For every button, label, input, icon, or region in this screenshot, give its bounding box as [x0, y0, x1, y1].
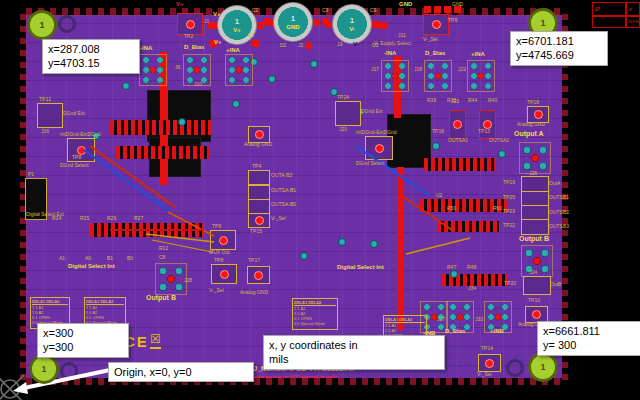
silkscreen-label: J10 — [194, 82, 202, 88]
drill-cell: x — [626, 2, 640, 16]
silkscreen-label: J28 — [184, 278, 192, 284]
silkscreen-label: R39 — [427, 98, 436, 104]
callout-line: Origin, x=0, y=0 — [114, 365, 248, 379]
silkscreen-label: TP23 — [503, 209, 515, 215]
power-connector-V-: 1V- — [332, 4, 372, 44]
silkscreen-label: J6 — [175, 65, 180, 71]
silkscreen-label: TP18 — [527, 100, 539, 106]
silkscreen-label: -INA — [384, 50, 396, 57]
silkscreen-label: DGnd Select — [356, 161, 384, 167]
silkscreen-label: V+ — [214, 39, 222, 46]
silkscreen-label: Output B — [146, 294, 176, 302]
component-pad-row — [116, 146, 210, 159]
connector-pin-number: 1 — [350, 17, 354, 25]
silkscreen-label: TP14 — [481, 346, 493, 352]
silkscreen-label: TP9 — [448, 18, 457, 24]
testpoint-box — [248, 185, 270, 200]
silkscreen-label: V+ — [213, 11, 221, 18]
silkscreen-label: D1 — [248, 33, 254, 39]
silkscreen-label: OUTSB2 — [549, 210, 569, 216]
coordinate-callout-top-left: x=287.008y=4703.15 — [42, 39, 140, 74]
fiducial-marker: 1 — [29, 354, 59, 384]
silkscreen-label: V- Supply Select — [374, 41, 411, 47]
via-ring — [506, 359, 524, 377]
coordinate-callout-bottom-right: x=6661.811y= 300 — [537, 321, 640, 356]
silkscreen-label: R25 — [80, 216, 89, 222]
callout-line: y=4745.669 — [516, 48, 602, 62]
silkscreen-label: OutA — [549, 181, 560, 187]
silkscreen-label: Output A — [514, 130, 544, 138]
silkscreen-label: MUX Out — [209, 250, 230, 256]
silkscreen-label: +INA — [471, 51, 485, 58]
silkscreen-label: V+ — [176, 1, 184, 8]
table-row: 0 0 Special Mode — [294, 321, 336, 326]
silkscreen-label: J2 — [298, 43, 303, 49]
silkscreen-label: V-_Sel — [477, 372, 492, 378]
via — [268, 75, 276, 83]
silkscreen-label: DGnd Select — [60, 163, 88, 169]
silkscreen-label: TP6 — [212, 224, 221, 230]
silkscreen-label: TP15 — [250, 229, 262, 235]
silkscreen-label: J3 — [337, 42, 342, 48]
coordinate-callout-units-note: x, y coordinates inmils — [263, 335, 445, 370]
testpoint-box — [478, 354, 501, 372]
smd-pad — [424, 6, 431, 13]
callout-line: x=6701.181 — [516, 34, 602, 48]
silkscreen-label: J24 — [529, 270, 537, 276]
callout-line: y= 300 — [543, 338, 640, 352]
silkscreen-label: +INA — [226, 47, 240, 54]
testpoint-box — [211, 264, 237, 284]
silkscreen-label: J20 — [339, 127, 347, 133]
drill-cell: NX Fab — [626, 16, 640, 28]
testpoint-box — [37, 103, 63, 128]
fiducial-marker: 1 — [528, 352, 558, 382]
silkscreen-label: R26 — [107, 216, 116, 222]
via — [498, 150, 506, 158]
via — [122, 82, 130, 90]
component-pad-row — [424, 158, 496, 171]
jumper-header-block — [381, 60, 409, 92]
silkscreen-label: Analog GND — [517, 122, 545, 128]
jumper-header-block — [424, 60, 452, 92]
silkscreen-label: Analog GND — [240, 290, 268, 296]
coordinate-callout-bottom-left: x=300y=300 — [37, 323, 129, 358]
testpoint-box — [523, 276, 551, 295]
silkscreen-label: A0 — [85, 256, 91, 262]
silkscreen-label: R60 — [493, 206, 502, 212]
silkscreen-label: V-_Sel — [423, 37, 438, 43]
silkscreen-label: J17 — [371, 67, 379, 73]
callout-line: x, y coordinates in — [269, 338, 439, 352]
silkscreen-label: TP22 — [503, 223, 515, 229]
fiducial-marker: 1 — [27, 10, 57, 40]
silkscreen-label: R40 — [488, 98, 497, 104]
via — [310, 60, 318, 68]
silkscreen-label: V-_Sel — [271, 216, 286, 222]
silkscreen-label: TP19 — [503, 180, 515, 186]
silkscreen-label: D_Bias — [445, 328, 465, 335]
via — [338, 238, 346, 246]
silkscreen-label: J11 — [398, 33, 406, 39]
silkscreen-label: OUTSB3 — [549, 224, 569, 230]
silkscreen-label: R12 — [159, 246, 168, 252]
connector-pin-number: 1 — [235, 18, 239, 26]
connector-pin-number: 1 — [291, 15, 295, 23]
silkscreen-label: C9 — [370, 8, 376, 14]
silkscreen-label: OUTSB1 — [549, 195, 569, 201]
via — [432, 142, 440, 150]
drill-table: ØxNX Fab — [592, 2, 640, 28]
testpoint-box — [177, 13, 203, 35]
silkscreen-label: R50 — [447, 206, 456, 212]
truth-table: DELA1 DELA21 1 A11 0 A20 1 OPEN0 0 Speci… — [292, 298, 338, 330]
silkscreen-label: D_Bias — [184, 44, 204, 51]
silkscreen-label: D_Bias — [425, 50, 445, 57]
smd-pad — [252, 40, 259, 47]
silkscreen-label: GND — [399, 1, 412, 8]
smd-pad — [434, 6, 441, 13]
silkscreen-label: TP24 — [337, 95, 349, 101]
silkscreen-label: A1 — [59, 256, 65, 262]
silkscreen-label: IntDGnd-ExtDGnd — [356, 130, 397, 136]
via — [370, 240, 378, 248]
silkscreen-label: R48 — [467, 265, 476, 271]
component-pad-row — [110, 120, 212, 135]
silkscreen-label: C8 — [159, 255, 165, 261]
